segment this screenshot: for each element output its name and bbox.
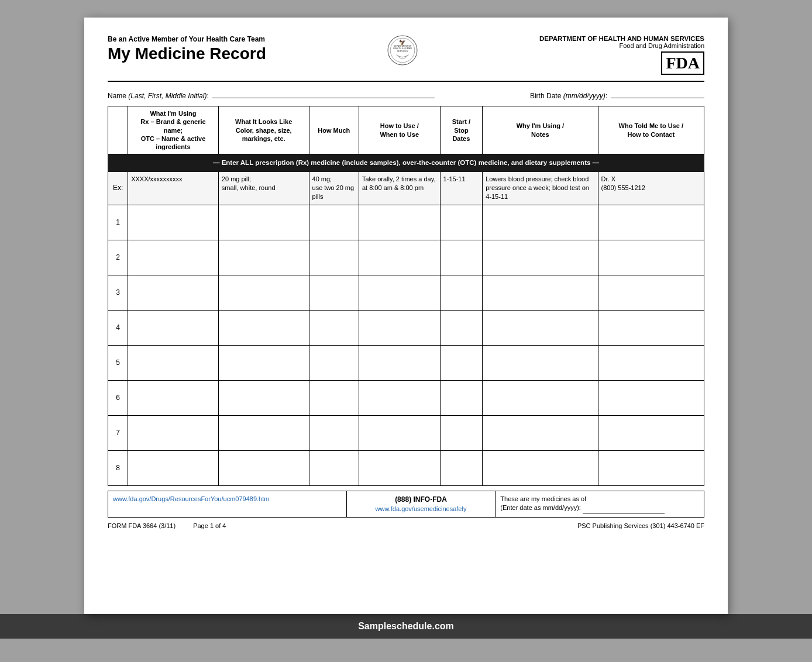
row-1-what[interactable] (128, 205, 219, 240)
ex-num: Ex: (108, 171, 128, 205)
header-right: DEPARTMENT OF HEALTH AND HUMAN SERVICES … (539, 35, 704, 75)
row-6-how-use[interactable] (359, 380, 440, 415)
row-7-dates[interactable] (440, 415, 483, 450)
ex-how-use: Take orally, 2 times a day, at 8:00 am &… (359, 171, 440, 205)
row-1-looks[interactable] (218, 205, 309, 240)
header-left: Be an Active Member of Your Health Care … (108, 35, 266, 63)
row-8-looks[interactable] (218, 450, 309, 485)
row-6-what[interactable] (128, 380, 219, 415)
footer-as-of-cell: These are my medicines as of (Enter date… (496, 491, 704, 517)
col-header-num (108, 106, 128, 154)
name-input[interactable] (212, 89, 435, 98)
ex-why: Lowers blood pressure; check blood press… (483, 171, 598, 205)
row-5-what[interactable] (128, 345, 219, 380)
row-6-why[interactable] (483, 380, 598, 415)
dob-field: Birth Date (mm/dd/yyyy): (530, 89, 704, 100)
row-2-what[interactable] (128, 240, 219, 275)
header-seal: DEPARTMENT OF HEALTH & HUMAN SERVICES 🦅 (376, 35, 429, 65)
row-num-8: 8 (108, 450, 128, 485)
bottom-bar: Sampleschedule.com (0, 614, 812, 639)
row-3-who[interactable] (598, 275, 704, 310)
row-8-how-much[interactable] (309, 450, 359, 485)
table-row: 6 (108, 380, 704, 415)
page-info: Page 1 of 4 (193, 522, 226, 529)
row-1-who[interactable] (598, 205, 704, 240)
row-7-why[interactable] (483, 415, 598, 450)
row-num-4: 4 (108, 310, 128, 345)
row-4-why[interactable] (483, 310, 598, 345)
table-row: 7 (108, 415, 704, 450)
document-page: Be an Active Member of Your Health Care … (84, 18, 728, 614)
dob-label: Birth Date (mm/dd/yyyy): (530, 92, 607, 100)
row-2-how-use[interactable] (359, 240, 440, 275)
row-1-dates[interactable] (440, 205, 483, 240)
fda-safe-link[interactable]: www.fda.gov/usemedicinesafely (376, 505, 467, 512)
row-7-how-much[interactable] (309, 415, 359, 450)
table-row: 3 (108, 275, 704, 310)
form-id: FORM FDA 3664 (3/11) (108, 522, 176, 529)
agency-name: Food and Drug Administration (619, 42, 704, 49)
row-3-how-much[interactable] (309, 275, 359, 310)
footer-link-cell: www.fda.gov/Drugs/ResourcesForYou/ucm079… (108, 491, 347, 517)
row-8-dates[interactable] (440, 450, 483, 485)
row-5-who[interactable] (598, 345, 704, 380)
row-2-how-much[interactable] (309, 240, 359, 275)
row-6-looks[interactable] (218, 380, 309, 415)
row-2-why[interactable] (483, 240, 598, 275)
as-of-input[interactable] (583, 504, 665, 513)
row-8-how-use[interactable] (359, 450, 440, 485)
row-5-why[interactable] (483, 345, 598, 380)
row-2-dates[interactable] (440, 240, 483, 275)
svg-text:SERVICES: SERVICES (397, 50, 408, 53)
row-5-looks[interactable] (218, 345, 309, 380)
hhs-seal-icon: DEPARTMENT OF HEALTH & HUMAN SERVICES 🦅 (387, 35, 418, 65)
row-3-looks[interactable] (218, 275, 309, 310)
row-5-dates[interactable] (440, 345, 483, 380)
row-3-how-use[interactable] (359, 275, 440, 310)
row-3-dates[interactable] (440, 275, 483, 310)
row-num-5: 5 (108, 345, 128, 380)
row-4-how-much[interactable] (309, 310, 359, 345)
name-label: Name (Last, First, Middle Initial): (108, 92, 209, 100)
row-7-what[interactable] (128, 415, 219, 450)
row-4-how-use[interactable] (359, 310, 440, 345)
row-2-looks[interactable] (218, 240, 309, 275)
col-header-who: Who Told Me to Use /How to Contact (598, 106, 704, 154)
ex-dates: 1-15-11 (440, 171, 483, 205)
row-4-what[interactable] (128, 310, 219, 345)
row-6-dates[interactable] (440, 380, 483, 415)
row-4-dates[interactable] (440, 310, 483, 345)
row-8-who[interactable] (598, 450, 704, 485)
header-title: My Medicine Record (108, 44, 266, 63)
dob-input[interactable] (611, 89, 704, 98)
row-7-looks[interactable] (218, 415, 309, 450)
banner-row: — Enter ALL prescription (Rx) medicine (… (108, 154, 704, 171)
row-6-who[interactable] (598, 380, 704, 415)
row-8-why[interactable] (483, 450, 598, 485)
fda-logo: FDA (661, 51, 704, 75)
medicine-table: What I'm Using Rx – Brand & generic name… (108, 106, 704, 486)
row-8-what[interactable] (128, 450, 219, 485)
col-header-looks: What It Looks Like Color, shape, size, m… (218, 106, 309, 154)
row-6-how-much[interactable] (309, 380, 359, 415)
footer-table: www.fda.gov/Drugs/ResourcesForYou/ucm079… (108, 491, 704, 518)
row-num-6: 6 (108, 380, 128, 415)
row-1-how-much[interactable] (309, 205, 359, 240)
as-of-text: These are my medicines as of (500, 495, 586, 502)
row-7-how-use[interactable] (359, 415, 440, 450)
row-1-why[interactable] (483, 205, 598, 240)
row-5-how-use[interactable] (359, 345, 440, 380)
row-3-why[interactable] (483, 275, 598, 310)
row-5-how-much[interactable] (309, 345, 359, 380)
row-3-what[interactable] (128, 275, 219, 310)
svg-text:HEALTH & HUMAN: HEALTH & HUMAN (393, 47, 412, 50)
table-row: 5 (108, 345, 704, 380)
row-4-looks[interactable] (218, 310, 309, 345)
row-7-who[interactable] (598, 415, 704, 450)
row-2-who[interactable] (598, 240, 704, 275)
row-4-who[interactable] (598, 310, 704, 345)
document-header: Be an Active Member of Your Health Care … (108, 35, 704, 82)
row-1-how-use[interactable] (359, 205, 440, 240)
ex-looks: 20 mg pill;small, white, round (218, 171, 309, 205)
fda-resource-link[interactable]: www.fda.gov/Drugs/ResourcesForYou/ucm079… (113, 495, 269, 502)
